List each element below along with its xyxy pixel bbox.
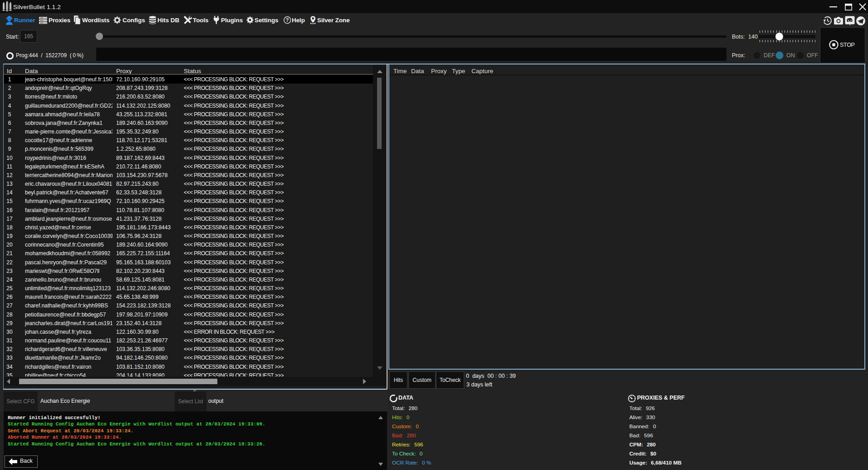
svg-text:?: ? <box>285 17 289 23</box>
